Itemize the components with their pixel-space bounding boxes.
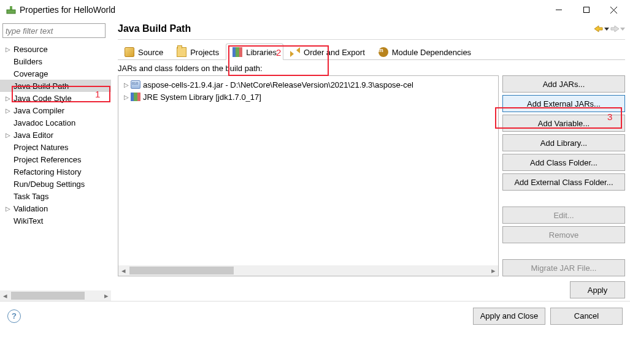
tab-module-deps[interactable]: mModule Dependencies xyxy=(372,44,478,59)
nav-item-wikitext[interactable]: WikiText xyxy=(0,214,111,227)
library-label: aspose-cells-21.9.4.jar - D:\NetCore\Rel… xyxy=(143,80,413,89)
nav-label: Builders xyxy=(12,57,42,66)
nav-label: Resource xyxy=(12,45,48,54)
expand-icon: ▷ xyxy=(4,205,12,212)
nav-item-validation[interactable]: ▷Validation xyxy=(0,202,111,214)
svg-rect-1 xyxy=(7,10,15,13)
libraries-caption: JARs and class folders on the build path… xyxy=(118,60,625,75)
libraries-icon xyxy=(232,47,242,57)
svg-marker-9 xyxy=(620,28,625,31)
svg-marker-6 xyxy=(594,26,602,32)
right-pane: Java Build Path Source Projects Librarie… xyxy=(112,20,630,301)
jre-icon xyxy=(131,93,140,101)
add-variable-button[interactable]: Add Variable... xyxy=(502,115,625,132)
sidebar-h-scrollbar[interactable]: ◂▸ xyxy=(0,290,111,301)
close-button[interactable] xyxy=(600,1,628,18)
window-title: Properties for HelloWorld xyxy=(20,5,115,15)
minimize-button[interactable] xyxy=(545,1,572,18)
expand-icon: ▷ xyxy=(122,82,131,88)
add-external-class-folder-button[interactable]: Add External Class Folder... xyxy=(502,173,625,191)
apply-and-close-button[interactable]: Apply and Close xyxy=(473,308,545,325)
nav-label: Java Code Style xyxy=(12,94,72,103)
edit-button[interactable]: Edit... xyxy=(502,207,625,224)
nav-label: Task Tags xyxy=(12,192,49,201)
tab-projects[interactable]: Projects xyxy=(170,44,226,59)
nav-label: Refactoring History xyxy=(12,167,82,176)
nav-item-java-editor[interactable]: ▷Java Editor xyxy=(0,129,111,141)
nav-tree[interactable]: ▷ResourceBuildersCoverageJava Build Path… xyxy=(0,40,111,290)
back-menu-icon[interactable] xyxy=(604,25,609,32)
nav-item-project-natures[interactable]: Project Natures xyxy=(0,141,111,153)
nav-label: WikiText xyxy=(12,216,43,226)
titlebar: Properties for HelloWorld xyxy=(0,0,630,20)
maximize-button[interactable] xyxy=(572,1,600,18)
svg-marker-7 xyxy=(604,28,609,31)
nav-label: Java Compiler xyxy=(12,106,64,115)
app-icon xyxy=(6,5,16,15)
library-row[interactable]: ▷aspose-cells-21.9.4.jar - D:\NetCore\Re… xyxy=(118,78,498,91)
nav-label: Run/Debug Settings xyxy=(12,180,85,189)
forward-menu-icon xyxy=(620,25,625,32)
migrate-jar-button[interactable]: Migrate JAR File... xyxy=(502,259,625,276)
remove-button[interactable]: Remove xyxy=(502,226,625,243)
page-title: Java Build Path xyxy=(118,23,191,34)
tab-bar: Source Projects Libraries Order and Expo… xyxy=(118,44,625,60)
dialog-footer: ? Apply and Close Cancel xyxy=(0,301,630,330)
nav-back-forward xyxy=(594,25,625,32)
tab-order-export[interactable]: Order and Export xyxy=(283,44,372,59)
tab-libraries[interactable]: Libraries xyxy=(226,44,283,60)
source-icon xyxy=(125,47,134,57)
nav-item-task-tags[interactable]: Task Tags xyxy=(0,190,111,202)
nav-label: Validation xyxy=(12,204,48,213)
nav-item-project-references[interactable]: Project References xyxy=(0,153,111,165)
add-library-button[interactable]: Add Library... xyxy=(502,134,625,151)
nav-label: Javadoc Location xyxy=(12,118,75,127)
svg-marker-8 xyxy=(611,26,619,32)
tab-label: Libraries xyxy=(246,48,277,57)
projects-icon xyxy=(177,47,186,57)
tab-label: Module Dependencies xyxy=(392,48,471,57)
nav-item-refactoring-history[interactable]: Refactoring History xyxy=(0,165,111,178)
nav-item-java-compiler[interactable]: ▷Java Compiler xyxy=(0,104,111,116)
nav-label: Java Build Path xyxy=(12,82,69,91)
order-export-icon xyxy=(290,47,300,57)
nav-item-resource[interactable]: ▷Resource xyxy=(0,43,111,55)
cancel-button[interactable]: Cancel xyxy=(550,308,623,325)
tab-label: Projects xyxy=(190,48,219,57)
nav-label: Project Natures xyxy=(12,143,69,152)
add-jars-button[interactable]: Add JARs... xyxy=(502,75,625,93)
tab-label: Source xyxy=(138,48,163,57)
library-row[interactable]: ▷JRE System Library [jdk1.7.0_17] xyxy=(118,91,498,103)
add-external-jars-button[interactable]: Add External JARs... xyxy=(502,95,625,112)
expand-icon: ▷ xyxy=(4,132,12,138)
nav-label: Project References xyxy=(12,155,82,164)
module-deps-icon: m xyxy=(378,47,388,57)
expand-icon: ▷ xyxy=(4,46,12,53)
svg-rect-3 xyxy=(583,7,589,13)
svg-rect-0 xyxy=(10,6,12,10)
nav-item-java-build-path[interactable]: Java Build Path xyxy=(0,80,111,92)
nav-label: Coverage xyxy=(12,69,48,78)
apply-button[interactable]: Apply xyxy=(570,281,625,298)
nav-label: Java Editor xyxy=(12,131,53,140)
tab-source[interactable]: Source xyxy=(118,44,170,59)
add-class-folder-button[interactable]: Add Class Folder... xyxy=(502,154,625,171)
jar-icon xyxy=(131,80,140,89)
forward-icon xyxy=(610,25,619,32)
help-icon[interactable]: ? xyxy=(7,309,21,323)
nav-item-coverage[interactable]: Coverage xyxy=(0,67,111,80)
nav-item-run-debug-settings[interactable]: Run/Debug Settings xyxy=(0,178,111,190)
expand-icon: ▷ xyxy=(4,95,12,102)
library-tree[interactable]: ▷aspose-cells-21.9.4.jar - D:\NetCore\Re… xyxy=(118,75,499,276)
nav-item-javadoc-location[interactable]: Javadoc Location xyxy=(0,116,111,129)
library-buttons: Add JARs... Add External JARs... Add Var… xyxy=(502,75,625,276)
expand-icon: ▷ xyxy=(4,107,12,114)
filter-input[interactable] xyxy=(2,23,106,38)
nav-item-java-code-style[interactable]: ▷Java Code Style xyxy=(0,92,111,104)
tab-label: Order and Export xyxy=(304,48,365,57)
back-icon[interactable] xyxy=(594,25,603,32)
expand-icon: ▷ xyxy=(122,94,131,100)
library-label: JRE System Library [jdk1.7.0_17] xyxy=(143,93,261,102)
library-tree-h-scrollbar[interactable]: ◂▸ xyxy=(118,265,498,276)
nav-item-builders[interactable]: Builders xyxy=(0,55,111,67)
